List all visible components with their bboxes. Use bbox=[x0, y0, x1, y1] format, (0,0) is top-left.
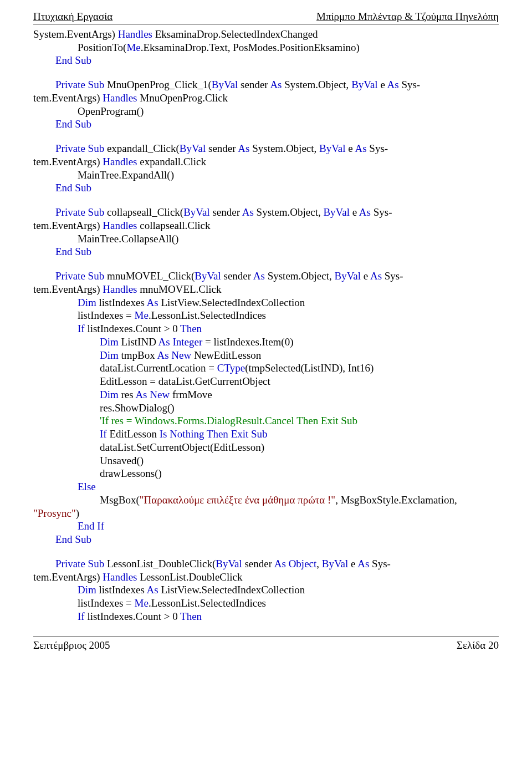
code-block-3: Private Sub expandall_Click(ByVal sender… bbox=[33, 142, 499, 195]
code-line: "Prosync") bbox=[33, 507, 499, 520]
code-line: MainTree.ExpandAll() bbox=[33, 169, 499, 182]
code-line: OpenProgram() bbox=[33, 105, 499, 118]
document-page: Πτυχιακή Εργασία Μπίρμπο Μπλένταρ & Τζού… bbox=[0, 0, 532, 668]
footer-right: Σελίδα 20 bbox=[457, 639, 499, 652]
footer-left: Σεπτέμβριος 2005 bbox=[33, 639, 110, 652]
code-line: End Sub bbox=[33, 245, 499, 258]
code-line: End Sub bbox=[33, 118, 499, 131]
header-left: Πτυχιακή Εργασία bbox=[33, 10, 112, 23]
code-line: Dim res As New frmMove bbox=[33, 388, 499, 401]
code-line: System.EventArgs) Handles EksaminaDrop.S… bbox=[33, 28, 499, 41]
code-line: listIndexes = Me.LessonList.SelectedIndi… bbox=[33, 309, 499, 322]
code-line: PositionTo(Me.EksaminaDrop.Text, PosMode… bbox=[33, 41, 499, 54]
code-line: Private Sub MnuOpenProg_Click_1(ByVal se… bbox=[33, 78, 499, 91]
code-block-2: Private Sub MnuOpenProg_Click_1(ByVal se… bbox=[33, 78, 499, 131]
code-line: Unsaved() bbox=[33, 454, 499, 467]
code-block-5: Private Sub mnuMOVEL_Click(ByVal sender … bbox=[33, 269, 499, 546]
code-line: tem.EventArgs) Handles mnuMOVEL.Click bbox=[33, 283, 499, 296]
page-footer: Σεπτέμβριος 2005 Σελίδα 20 bbox=[33, 637, 499, 652]
code-line: Private Sub mnuMOVEL_Click(ByVal sender … bbox=[33, 269, 499, 283]
code-line: If listIndexes.Count > 0 Then bbox=[33, 610, 499, 623]
code-line: End If bbox=[33, 520, 499, 533]
code-line: Private Sub LessonList_DoubleClick(ByVal… bbox=[33, 557, 499, 571]
code-line: tem.EventArgs) Handles expandall.Click bbox=[33, 155, 499, 169]
code-line: res.ShowDialog() bbox=[33, 401, 499, 415]
code-block-4: Private Sub collapseall_Click(ByVal send… bbox=[33, 206, 499, 258]
code-line: Dim listIndexes As ListView.SelectedInde… bbox=[33, 583, 499, 597]
code-line: If EditLesson Is Nothing Then Exit Sub bbox=[33, 428, 499, 441]
code-line: EditLesson = dataList.GetCurrentObject bbox=[33, 375, 499, 388]
code-line: If listIndexes.Count > 0 Then bbox=[33, 322, 499, 335]
code-block-1: System.EventArgs) Handles EksaminaDrop.S… bbox=[33, 28, 499, 67]
code-line: Dim listIndexes As ListView.SelectedInde… bbox=[33, 296, 499, 309]
page-header: Πτυχιακή Εργασία Μπίρμπο Μπλένταρ & Τζού… bbox=[33, 10, 499, 24]
code-line: Dim tmpBox As New NewEditLesson bbox=[33, 349, 499, 362]
code-line: dataList.SetCurrentObject(EditLesson) bbox=[33, 441, 499, 454]
code-line: listIndexes = Me.LessonList.SelectedIndi… bbox=[33, 597, 499, 610]
code-line: tem.EventArgs) Handles collapseall.Click bbox=[33, 219, 499, 232]
code-line: 'If res = Windows.Forms.DialogResult.Can… bbox=[33, 414, 499, 428]
code-line: End Sub bbox=[33, 181, 499, 195]
code-line: drawLessons() bbox=[33, 467, 499, 480]
code-line: dataList.CurrentLocation = CType(tmpSele… bbox=[33, 362, 499, 375]
code-line: tem.EventArgs) Handles MnuOpenProg.Click bbox=[33, 91, 499, 105]
code-line: MsgBox("Παρακαλούμε επιλέξτε ένα μάθημα … bbox=[33, 494, 499, 507]
code-line: Dim ListIND As Integer = listIndexes.Ite… bbox=[33, 335, 499, 349]
code-line: tem.EventArgs) Handles LessonList.Double… bbox=[33, 571, 499, 584]
code-line: Private Sub expandall_Click(ByVal sender… bbox=[33, 142, 499, 155]
code-block-6: Private Sub LessonList_DoubleClick(ByVal… bbox=[33, 557, 499, 623]
code-line: Private Sub collapseall_Click(ByVal send… bbox=[33, 206, 499, 219]
header-right: Μπίρμπο Μπλένταρ & Τζούμπα Πηνελόπη bbox=[316, 10, 499, 23]
code-line: End Sub bbox=[33, 54, 499, 67]
code-line: MainTree.CollapseAll() bbox=[33, 232, 499, 246]
code-line: End Sub bbox=[33, 533, 499, 546]
code-line: Else bbox=[33, 480, 499, 494]
